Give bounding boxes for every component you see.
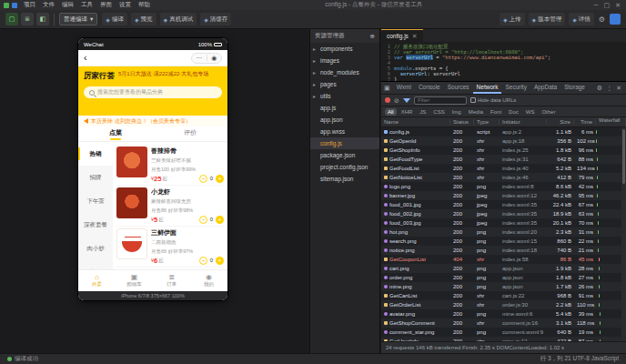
more-icon[interactable]: ⋯ bbox=[192, 55, 207, 61]
compile-mode-dropdown[interactable]: 普通编译 ▾ bbox=[59, 13, 97, 25]
file-sitemap.json[interactable]: sitemap.json bbox=[310, 173, 379, 185]
category-热销[interactable]: 热销 bbox=[78, 142, 113, 166]
table-row[interactable]: notice.png200pngindex.wxml:18740 B21 ms bbox=[381, 246, 626, 255]
filter-icon[interactable] bbox=[403, 98, 410, 103]
network-filter-input[interactable] bbox=[414, 96, 467, 105]
column-header-Status[interactable]: Status bbox=[450, 119, 474, 125]
table-row[interactable]: mine.png200pngapp.json1.7 kB26 ms bbox=[381, 282, 626, 291]
toolbar-button-上传[interactable]: ◈上传 bbox=[500, 13, 525, 25]
toggle-编辑器[interactable]: ≣ bbox=[21, 13, 34, 25]
toolbar-button-编译[interactable]: ◈编译 bbox=[102, 13, 127, 25]
food-item-小龙虾[interactable]: 小龙虾麻辣鲜香回味无穷月售86 好评率98%¥5起−0+ bbox=[116, 186, 224, 227]
code-area[interactable]: 1// 服务器接口地址配置2// var serverUrl = "http:/… bbox=[381, 42, 626, 84]
table-row[interactable]: GetShopComment200xhrcomment.js:163.1 kB1… bbox=[381, 318, 626, 328]
devtools-tab-Wxml[interactable]: Wxml bbox=[393, 82, 415, 94]
file-images[interactable]: ▸images bbox=[310, 55, 379, 66]
column-header-Waterfall[interactable]: Waterfall bbox=[596, 117, 626, 126]
category-下午茶[interactable]: 下午茶 bbox=[78, 189, 113, 213]
table-row[interactable]: GetUserInfo200xhrmine.js:12422 B87 ms bbox=[381, 337, 626, 341]
file-components[interactable]: ▸components bbox=[310, 43, 379, 55]
filter-chip-Doc[interactable]: Doc bbox=[506, 108, 521, 116]
tabbar-item-外卖[interactable]: ⌂外卖 bbox=[78, 270, 116, 291]
filter-chip-Font[interactable]: Font bbox=[488, 108, 504, 116]
table-row[interactable]: order.png200pngapp.json1.8 kB27 ms bbox=[381, 273, 626, 282]
add-file-icon[interactable]: ⊕ bbox=[370, 33, 375, 40]
tabbar-item-购物车[interactable]: ▣购物车 bbox=[116, 270, 153, 291]
menu-item-工具[interactable]: 工具 bbox=[77, 1, 96, 9]
tab-点菜[interactable]: 点菜 bbox=[78, 126, 153, 141]
file-package.json[interactable]: package.json bbox=[310, 149, 379, 161]
table-row[interactable]: GetShopInfo200xhrindex.js:251.8 kB96 ms bbox=[381, 146, 626, 155]
toolbar-button-真机调试[interactable]: ◈真机调试 bbox=[160, 13, 197, 25]
maximize-icon[interactable]: ▢ bbox=[604, 2, 611, 9]
table-row[interactable]: food_003.jpg200jpegindex.wxml:3520.1 kB7… bbox=[381, 218, 626, 228]
table-row[interactable]: GetNoticeList200xhrindex.js:46412 B79 ms bbox=[381, 173, 626, 182]
column-header-Time[interactable]: Time bbox=[574, 119, 596, 125]
column-header-Size[interactable]: Size bbox=[547, 119, 574, 125]
clear-icon[interactable]: ⊘ bbox=[394, 97, 399, 104]
record-icon[interactable] bbox=[385, 97, 390, 103]
back-icon[interactable]: ‹ bbox=[84, 53, 87, 63]
devtools-tab-Security[interactable]: Security bbox=[501, 82, 530, 94]
toggle-调试器[interactable]: ◧ bbox=[36, 13, 49, 25]
column-header-Type[interactable]: Type bbox=[474, 119, 500, 125]
menu-item-编辑[interactable]: 编辑 bbox=[58, 1, 77, 9]
toggle-模拟器[interactable]: ▢ bbox=[5, 13, 18, 25]
table-row[interactable]: config.js200scriptapp.js:21.1 kB6 ms bbox=[381, 127, 626, 136]
file-pages[interactable]: ▸pages bbox=[310, 78, 379, 90]
table-row[interactable]: GetOrderList200xhrorder.js:302.2 kB110 m… bbox=[381, 300, 626, 309]
filter-chip-All[interactable]: All bbox=[385, 108, 397, 116]
column-header-Name[interactable]: Name bbox=[381, 119, 450, 125]
devtools-tab-AppData[interactable]: AppData bbox=[530, 82, 560, 94]
devtools-menu-icon[interactable]: ⋮ bbox=[606, 85, 612, 92]
close-icon[interactable]: ✕ bbox=[615, 2, 621, 9]
table-row[interactable]: hot.png200pngindex.wxml:202.3 kB31 ms bbox=[381, 228, 626, 237]
minus-icon[interactable]: − bbox=[199, 216, 207, 224]
scrollbar[interactable] bbox=[621, 127, 626, 341]
tab-评价[interactable]: 评价 bbox=[153, 126, 227, 141]
table-row[interactable]: GetCouponList404xhrindex.js:5886 B45 ms bbox=[381, 255, 626, 264]
devtools-tab-Network[interactable]: Network bbox=[473, 82, 502, 94]
devtools-tab-Storage[interactable]: Storage bbox=[560, 82, 589, 94]
filter-chip-Img[interactable]: Img bbox=[449, 108, 464, 116]
table-row[interactable]: food_002.jpg200jpegindex.wxml:3518.9 kB6… bbox=[381, 209, 626, 218]
table-row[interactable]: banner.jpg200jpegindex.wxml:1246.2 kB95 … bbox=[381, 191, 626, 200]
scrollbar-thumb[interactable] bbox=[622, 129, 625, 184]
table-row[interactable]: comment_star.png200pngcomment.wxml:9640 … bbox=[381, 328, 626, 337]
file-project.config.json[interactable]: project.config.json bbox=[310, 161, 379, 173]
toolbar-button-预览[interactable]: ◈预览 bbox=[131, 13, 156, 25]
minus-icon[interactable]: − bbox=[199, 257, 207, 265]
menu-item-帮助[interactable]: 帮助 bbox=[135, 1, 154, 9]
table-row[interactable]: food_001.jpg200jpegindex.wxml:3522.4 kB6… bbox=[381, 200, 626, 209]
filter-chip-Other[interactable]: Other bbox=[539, 108, 558, 116]
table-row[interactable]: GetOpenId200xhrapp.js:18356 B102 ms bbox=[381, 136, 626, 146]
table-row[interactable]: avatar.png200pngmine.wxml:65.4 kB39 ms bbox=[381, 309, 626, 318]
hide-data-urls-checkbox[interactable]: Hide data URLs bbox=[470, 97, 516, 103]
filter-chip-WS[interactable]: WS bbox=[523, 108, 538, 116]
file-node_modules[interactable]: ▸node_modules bbox=[310, 66, 379, 78]
devtools-gear-icon[interactable]: ⚙ bbox=[597, 85, 602, 92]
close-tab-icon[interactable]: ✕ bbox=[412, 33, 418, 40]
toolbar-button-版本管理[interactable]: ◈版本管理 bbox=[529, 13, 566, 25]
menu-item-设置[interactable]: 设置 bbox=[116, 1, 135, 9]
file-app.json[interactable]: app.json bbox=[310, 114, 379, 126]
gear-icon[interactable]: ⚙ bbox=[599, 15, 605, 24]
user-avatar[interactable] bbox=[610, 14, 621, 25]
tabbar-item-我的[interactable]: ◉我的 bbox=[190, 270, 227, 291]
category-深夜套餐[interactable]: 深夜套餐 bbox=[78, 213, 113, 237]
table-row[interactable]: GetFoodType200xhrindex.js:31642 B88 ms bbox=[381, 155, 626, 164]
toolbar-button-清缓存[interactable]: ◈清缓存 bbox=[200, 13, 231, 25]
editor-tab-config[interactable]: config.js ✕ bbox=[381, 29, 423, 42]
filter-chip-JS[interactable]: JS bbox=[417, 108, 429, 116]
tabbar-item-订单[interactable]: ≣订单 bbox=[153, 270, 190, 291]
minimize-icon[interactable]: ─ bbox=[594, 2, 599, 9]
category-企业套餐[interactable]: 企业套餐 bbox=[78, 260, 113, 269]
table-row[interactable]: cart.png200pngapp.json1.9 kB28 ms bbox=[381, 264, 626, 273]
filter-chip-Media[interactable]: Media bbox=[466, 108, 486, 116]
table-row[interactable]: logo.png200pngindex.wxml:88.6 kB42 ms bbox=[381, 182, 626, 191]
devtools-tab-Sources[interactable]: Sources bbox=[444, 82, 473, 94]
filter-chip-XHR[interactable]: XHR bbox=[399, 108, 416, 116]
table-row[interactable]: search.png200pngindex.wxml:15860 B22 ms bbox=[381, 237, 626, 246]
food-item-香辣排骨[interactable]: 香辣排骨三鲜美味好吃不腻月售100 好评率99%¥25起−0+ bbox=[116, 145, 224, 186]
devtools-tab-Console[interactable]: Console bbox=[415, 82, 444, 94]
